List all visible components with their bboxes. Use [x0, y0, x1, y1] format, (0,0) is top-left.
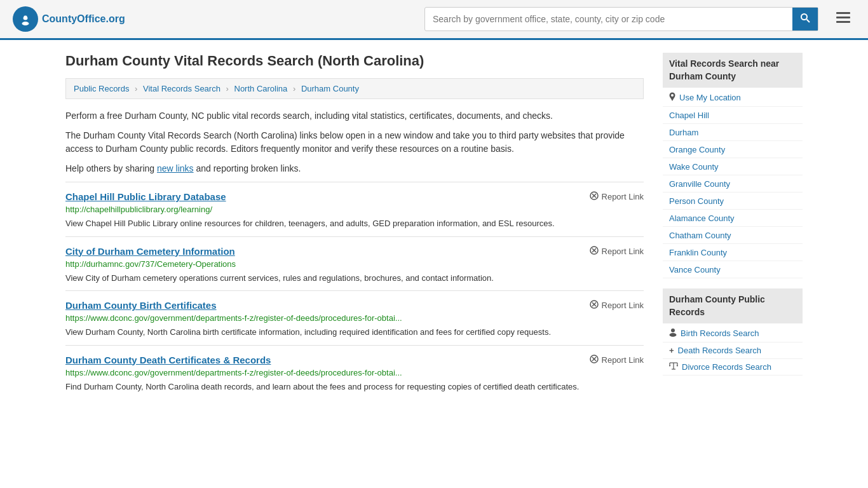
- result-url-1: http://durhamnc.gov/737/Cemetery-Operati…: [65, 259, 644, 269]
- page-title: Durham County Vital Records Search (Nort…: [65, 53, 644, 69]
- svg-marker-23: [670, 97, 675, 101]
- result-url-2: https://www.dconc.gov/government/departm…: [65, 313, 644, 323]
- breadcrumb-link-durham[interactable]: Durham County: [301, 84, 359, 93]
- sidebar-nearby-title: Vital Records Search near Durham County: [663, 53, 803, 88]
- sidebar-item-granville-county[interactable]: Granville County: [663, 175, 803, 193]
- report-icon-0: [590, 191, 599, 202]
- sidebar-item-alamance-county[interactable]: Alamance County: [663, 210, 803, 227]
- svg-point-5: [801, 14, 807, 20]
- logo-text: CountyOffice.org: [42, 13, 125, 25]
- report-link-button-3[interactable]: Report Link: [590, 355, 644, 365]
- svg-point-1: [24, 16, 28, 20]
- svg-rect-7: [836, 12, 850, 14]
- sidebar-item-person-county[interactable]: Person County: [663, 193, 803, 210]
- sidebar-item-franklin-county[interactable]: Franklin County: [663, 244, 803, 261]
- report-icon-1: [590, 246, 599, 257]
- svg-point-26: [670, 333, 677, 337]
- breadcrumb-link-vital-records[interactable]: Vital Records Search: [143, 84, 220, 93]
- main-container: Durham County Vital Records Search (Nort…: [53, 40, 815, 412]
- logo[interactable]: CountyOffice.org: [13, 6, 125, 32]
- result-title-2[interactable]: Durham County Birth Certificates: [65, 300, 217, 311]
- logo-icon: [13, 6, 38, 32]
- result-title-1[interactable]: City of Durham Cemetery Information: [65, 246, 235, 257]
- result-title-0[interactable]: Chapel Hill Public Library Database: [65, 191, 226, 202]
- description-2: The Durham County Vital Records Search (…: [65, 129, 644, 156]
- result-desc-3: Find Durham County, North Carolina death…: [65, 381, 644, 393]
- svg-point-4: [27, 16, 29, 18]
- svg-point-25: [671, 329, 675, 332]
- sidebar-item-divorce-records[interactable]: Divorce Records Search: [663, 359, 803, 376]
- header: CountyOffice.org: [0, 0, 868, 40]
- svg-rect-9: [836, 21, 850, 23]
- sidebar-public-records-title: Durham County Public Records: [663, 288, 803, 323]
- breadcrumb-link-public-records[interactable]: Public Records: [74, 84, 129, 93]
- sidebar: Vital Records Search near Durham County …: [663, 53, 803, 399]
- use-my-location-link[interactable]: Use My Location: [679, 93, 741, 102]
- sidebar-use-my-location[interactable]: Use My Location: [663, 89, 803, 107]
- report-link-button-0[interactable]: Report Link: [590, 191, 644, 202]
- result-desc-1: View City of Durham cemetery operations …: [65, 272, 644, 285]
- results-list: Chapel Hill Public Library Database Repo…: [65, 182, 644, 399]
- sidebar-item-wake-county[interactable]: Wake County: [663, 158, 803, 175]
- sidebar-nearby-links: Use My Location Chapel Hill Durham Orang…: [663, 89, 803, 278]
- scale-icon: [669, 362, 678, 372]
- breadcrumb-link-nc[interactable]: North Carolina: [234, 84, 288, 93]
- sidebar-item-vance-county[interactable]: Vance County: [663, 261, 803, 278]
- sidebar-public-records-links: Birth Records Search + Death Records Sea…: [663, 325, 803, 376]
- search-bar: [424, 7, 818, 31]
- result-desc-0: View Chapel Hill Public Library online r…: [65, 217, 644, 230]
- description-3: Help others by sharing new links and rep…: [65, 162, 644, 175]
- plus-icon: +: [669, 346, 674, 355]
- svg-point-24: [671, 94, 674, 97]
- sidebar-item-chatham-county[interactable]: Chatham County: [663, 227, 803, 244]
- pin-icon: [669, 92, 675, 103]
- person-icon: [669, 328, 677, 339]
- new-links-link[interactable]: new links: [157, 163, 194, 173]
- result-title-3[interactable]: Durham County Death Certificates & Recor…: [65, 355, 271, 365]
- menu-button[interactable]: [831, 8, 855, 30]
- result-item-2: Durham County Birth Certificates Report …: [65, 290, 644, 345]
- result-item-0: Chapel Hill Public Library Database Repo…: [65, 182, 644, 236]
- svg-rect-8: [836, 17, 850, 18]
- breadcrumb: Public Records › Vital Records Search › …: [65, 78, 644, 99]
- sidebar-item-chapel-hill[interactable]: Chapel Hill: [663, 107, 803, 124]
- report-link-button-2[interactable]: Report Link: [590, 300, 644, 311]
- content-area: Durham County Vital Records Search (Nort…: [65, 53, 644, 399]
- description-1: Perform a free Durham County, NC public …: [65, 109, 644, 123]
- sidebar-item-durham[interactable]: Durham: [663, 124, 803, 141]
- report-link-button-1[interactable]: Report Link: [590, 246, 644, 257]
- svg-point-2: [22, 22, 29, 25]
- svg-point-3: [22, 16, 24, 18]
- search-input[interactable]: [425, 9, 792, 29]
- report-icon-2: [590, 300, 599, 311]
- sidebar-item-orange-county[interactable]: Orange County: [663, 141, 803, 158]
- report-icon-3: [590, 355, 599, 365]
- sidebar-item-birth-records[interactable]: Birth Records Search: [663, 325, 803, 342]
- result-url-3: https://www.dconc.gov/government/departm…: [65, 368, 644, 377]
- result-item-3: Durham County Death Certificates & Recor…: [65, 345, 644, 400]
- result-desc-2: View Durham County, North Carolina birth…: [65, 326, 644, 339]
- result-url-0: http://chapelhillpubliclibrary.org/learn…: [65, 205, 644, 214]
- search-button[interactable]: [792, 8, 818, 30]
- result-item-1: City of Durham Cemetery Information Repo…: [65, 236, 644, 291]
- sidebar-item-death-records[interactable]: + Death Records Search: [663, 342, 803, 359]
- svg-line-6: [807, 20, 810, 23]
